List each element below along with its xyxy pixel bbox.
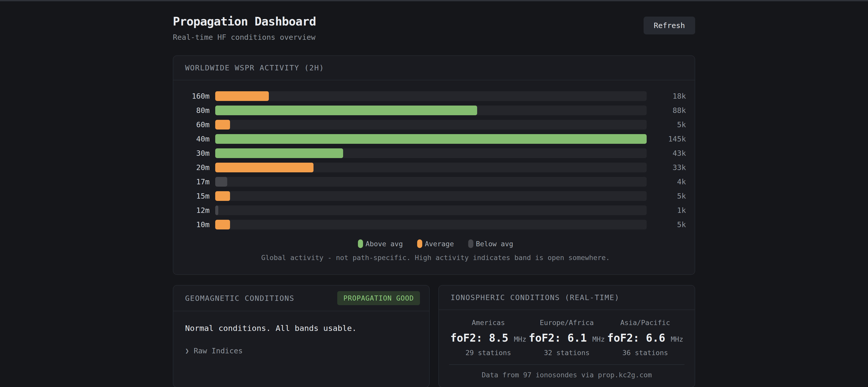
legend-color-dot [468, 239, 473, 248]
legend-label: Above avg [366, 240, 403, 248]
band-value: 43k [653, 149, 686, 157]
legend-item: Above avg [358, 239, 403, 248]
band-value: 5k [653, 192, 686, 200]
wspr-rows: 160m18k80m88k60m5k40m145k30m43k20m33k17m… [185, 89, 686, 232]
bottom-cards-row: GEOMAGNETIC CONDITIONS PROPAGATION GOOD … [173, 285, 695, 387]
header-text-block: Propagation Dashboard Real-time HF condi… [173, 14, 316, 41]
legend-item: Below avg [468, 239, 513, 248]
fof2-unit: MHz [671, 335, 683, 343]
fof2-readout: foF2: 8.5 MHz [449, 332, 527, 344]
wspr-row: 80m88k [185, 103, 686, 117]
station-count: 36 stations [606, 349, 684, 357]
geomagnetic-card-body: Normal conditions. All bands usable. ❯ R… [173, 311, 429, 367]
geomagnetic-message: Normal conditions. All bands usable. [185, 323, 417, 333]
region-name: Americas [449, 319, 527, 326]
band-label: 10m [185, 220, 210, 229]
ionospheric-card-title: IONOSPHERIC CONDITIONS (REAL-TIME) [439, 285, 695, 310]
legend-color-dot [358, 239, 363, 248]
bar-track [215, 220, 647, 230]
iono-regions: Americas foF2: 8.5 MHz 29 stations Europ… [449, 319, 684, 357]
wspr-row: 40m145k [185, 132, 686, 146]
raw-indices-label: Raw Indices [194, 347, 243, 355]
fof2-readout: foF2: 6.1 MHz [527, 332, 606, 344]
geomagnetic-card-header: GEOMAGNETIC CONDITIONS PROPAGATION GOOD [173, 285, 429, 311]
region-name: Asia/Pacific [606, 319, 684, 326]
ionospheric-card-body: Americas foF2: 8.5 MHz 29 stations Europ… [439, 310, 695, 357]
wspr-row: 10m5k [185, 217, 686, 232]
legend-color-dot [417, 239, 422, 248]
wspr-card-title: WORLDWIDE WSPR ACTIVITY (2H) [173, 56, 695, 80]
propagation-status-badge: PROPAGATION GOOD [337, 291, 420, 305]
band-label: 40m [185, 135, 210, 143]
activity-bar [215, 177, 227, 187]
legend-label: Average [425, 240, 454, 248]
activity-bar [215, 163, 313, 172]
wspr-activity-card: WORLDWIDE WSPR ACTIVITY (2H) 160m18k80m8… [173, 55, 695, 275]
band-label: 15m [185, 192, 210, 200]
wspr-row: 17m4k [185, 175, 686, 189]
band-value: 4k [653, 177, 686, 186]
wspr-row: 12m1k [185, 203, 686, 217]
geomagnetic-card: GEOMAGNETIC CONDITIONS PROPAGATION GOOD … [173, 285, 430, 387]
band-label: 12m [185, 206, 210, 215]
bar-track [215, 191, 647, 201]
wspr-row: 15m5k [185, 189, 686, 203]
bar-track [215, 91, 647, 101]
fof2-unit: MHz [514, 335, 526, 343]
fof2-value: foF2: 6.6 [607, 332, 665, 344]
bar-track [215, 163, 647, 172]
band-value: 145k [653, 135, 686, 143]
bar-track [215, 148, 647, 158]
fof2-unit: MHz [592, 335, 605, 343]
fof2-value: foF2: 8.5 [450, 332, 508, 344]
wspr-row: 30m43k [185, 146, 686, 161]
wspr-row: 160m18k [185, 89, 686, 103]
page-title: Propagation Dashboard [173, 14, 316, 28]
geomagnetic-card-title: GEOMAGNETIC CONDITIONS [185, 294, 294, 303]
page-subtitle: Real-time HF conditions overview [173, 33, 316, 41]
region-europe-africa: Europe/Africa foF2: 6.1 MHz 32 stations [527, 319, 606, 357]
band-value: 5k [653, 120, 686, 129]
chart-note: Global activity - not path-specific. Hig… [185, 254, 686, 272]
bar-track [215, 206, 647, 215]
raw-indices-toggle[interactable]: ❯ Raw Indices [185, 347, 417, 355]
band-value: 1k [653, 206, 686, 215]
band-label: 20m [185, 163, 210, 172]
bar-track [215, 106, 647, 115]
fof2-value: foF2: 6.1 [529, 332, 587, 344]
activity-bar [215, 206, 218, 215]
activity-bar [215, 148, 343, 158]
band-label: 30m [185, 149, 210, 157]
wspr-row: 20m33k [185, 161, 686, 175]
refresh-button[interactable]: Refresh [644, 16, 695, 34]
bar-track [215, 177, 647, 187]
band-value: 18k [653, 92, 686, 100]
legend-item: Average [417, 239, 454, 248]
region-asia-pacific: Asia/Pacific foF2: 6.6 MHz 36 stations [606, 319, 684, 357]
chevron-right-icon: ❯ [185, 347, 189, 355]
band-value: 88k [653, 106, 686, 115]
activity-bar [215, 120, 230, 130]
band-label: 60m [185, 120, 210, 129]
bar-track [215, 120, 647, 130]
bar-track [215, 134, 647, 144]
wspr-row: 60m5k [185, 117, 686, 132]
activity-bar [215, 134, 647, 144]
station-count: 29 stations [449, 349, 527, 357]
activity-bar [215, 220, 230, 230]
region-name: Europe/Africa [527, 319, 606, 326]
band-label: 160m [185, 92, 210, 100]
dashboard-page: Propagation Dashboard Real-time HF condi… [173, 1, 695, 387]
page-header: Propagation Dashboard Real-time HF condi… [173, 1, 695, 41]
band-label: 80m [185, 106, 210, 115]
ionospheric-card: IONOSPHERIC CONDITIONS (REAL-TIME) Ameri… [438, 285, 695, 387]
iono-data-source: Data from 97 ionosondes via prop.kc2g.co… [439, 365, 695, 387]
band-label: 17m [185, 177, 210, 186]
band-value: 5k [653, 220, 686, 229]
wspr-bar-chart: 160m18k80m88k60m5k40m145k30m43k20m33k17m… [173, 80, 695, 274]
band-value: 33k [653, 163, 686, 172]
region-americas: Americas foF2: 8.5 MHz 29 stations [449, 319, 527, 357]
activity-bar [215, 91, 269, 101]
legend-label: Below avg [476, 240, 513, 248]
activity-bar [215, 191, 230, 201]
